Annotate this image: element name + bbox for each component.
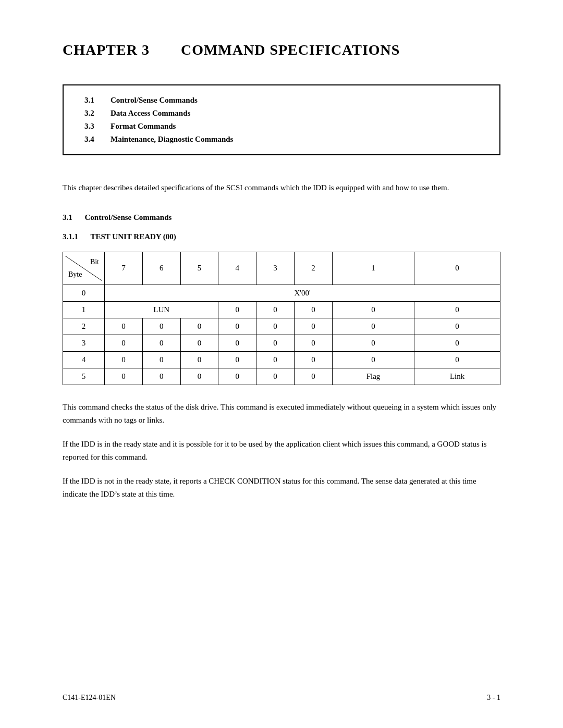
row-5-col6: 0 (142, 368, 180, 385)
row-0-byte: 0 (63, 285, 105, 301)
intro-paragraph: This chapter describes detailed specific… (63, 181, 500, 195)
row-5-byte: 5 (63, 368, 105, 385)
row-1-col2: 0 (294, 301, 332, 318)
row-5-col7: 0 (105, 368, 143, 385)
row-2-col7: 0 (105, 318, 143, 335)
section-31: 3.1 Control/Sense Commands (63, 213, 500, 222)
table-row-4: 4 0 0 0 0 0 0 0 0 (63, 351, 500, 368)
row-4-col4: 0 (218, 351, 256, 368)
row-1-col4: 0 (218, 301, 256, 318)
section-31-label: Control/Sense Commands (85, 213, 172, 221)
chapter-number: CHAPTER 3 (63, 42, 150, 58)
toc-box: 3.1 Control/Sense Commands 3.2 Data Acce… (63, 84, 500, 155)
section-311-label: TEST UNIT READY (00) (90, 232, 176, 241)
row-1-lun: LUN (105, 301, 218, 318)
table-row-1: 1 LUN 0 0 0 0 0 (63, 301, 500, 318)
toc-label-1: Control/Sense Commands (111, 96, 198, 105)
row-3-col4: 0 (218, 335, 256, 351)
col-header-5: 5 (180, 252, 218, 285)
toc-num-4: 3.4 (84, 135, 100, 144)
para-1: This command checks the status of the di… (63, 401, 500, 427)
row-2-col6: 0 (142, 318, 180, 335)
row-3-col3: 0 (256, 335, 295, 351)
row-3-byte: 3 (63, 335, 105, 351)
row-4-col0: 0 (414, 351, 500, 368)
col-header-6: 6 (142, 252, 180, 285)
row-4-byte: 4 (63, 351, 105, 368)
table-row-5: 5 0 0 0 0 0 0 Flag Link (63, 368, 500, 385)
svg-line-0 (65, 256, 102, 281)
diagonal-line-icon (65, 256, 102, 281)
row-2-col4: 0 (218, 318, 256, 335)
col-header-3: 3 (256, 252, 295, 285)
table-row-0: 0 X'00' (63, 285, 500, 301)
row-5-link: Link (414, 368, 500, 385)
footer-doc-num: C141-E124-01EN (63, 694, 116, 702)
bit-byte-header-cell: Bit Byte (63, 252, 105, 285)
section-31-num: 3.1 (63, 213, 72, 221)
row-2-col5: 0 (180, 318, 218, 335)
row-3-col5: 0 (180, 335, 218, 351)
section-31-heading: 3.1 Control/Sense Commands (63, 213, 500, 222)
toc-label-3: Format Commands (111, 122, 176, 131)
row-4-col5: 0 (180, 351, 218, 368)
row-4-col2: 0 (294, 351, 332, 368)
row-0-data: X'00' (105, 285, 500, 301)
row-1-col3: 0 (256, 301, 295, 318)
row-4-col6: 0 (142, 351, 180, 368)
footer: C141-E124-01EN 3 - 1 (63, 694, 500, 702)
row-2-byte: 2 (63, 318, 105, 335)
row-5-col5: 0 (180, 368, 218, 385)
col-header-2: 2 (294, 252, 332, 285)
toc-label-4: Maintenance, Diagnostic Commands (111, 135, 233, 144)
row-1-byte: 1 (63, 301, 105, 318)
row-3-col7: 0 (105, 335, 143, 351)
toc-item-1: 3.1 Control/Sense Commands (84, 96, 479, 105)
toc-item-4: 3.4 Maintenance, Diagnostic Commands (84, 135, 479, 144)
row-2-col0: 0 (414, 318, 500, 335)
row-3-col0: 0 (414, 335, 500, 351)
col-header-1: 1 (332, 252, 414, 285)
col-header-0: 0 (414, 252, 500, 285)
table-row-2: 2 0 0 0 0 0 0 0 0 (63, 318, 500, 335)
row-1-col1: 0 (332, 301, 414, 318)
para-3: If the IDD is not in the ready state, it… (63, 475, 500, 501)
toc-label-2: Data Access Commands (111, 109, 190, 118)
row-5-col3: 0 (256, 368, 295, 385)
row-5-col4: 0 (218, 368, 256, 385)
section-311-heading: 3.1.1 TEST UNIT READY (00) (63, 232, 500, 241)
toc-item-3: 3.3 Format Commands (84, 122, 479, 131)
col-header-4: 4 (218, 252, 256, 285)
row-2-col2: 0 (294, 318, 332, 335)
table-header-row: Bit Byte 7 6 5 4 3 2 1 0 (63, 252, 500, 285)
section-311: 3.1.1 TEST UNIT READY (00) (63, 232, 500, 241)
row-5-flag: Flag (332, 368, 414, 385)
toc-num-3: 3.3 (84, 122, 100, 131)
command-table: Bit Byte 7 6 5 4 3 2 1 0 (63, 252, 500, 385)
para-2: If the IDD is in the ready state and it … (63, 438, 500, 464)
row-3-col2: 0 (294, 335, 332, 351)
chapter-header: CHAPTER 3 COMMAND SPECIFICATIONS (63, 42, 500, 58)
table-row-3: 3 0 0 0 0 0 0 0 0 (63, 335, 500, 351)
row-1-col0: 0 (414, 301, 500, 318)
section-311-num: 3.1.1 (63, 232, 78, 241)
row-2-col3: 0 (256, 318, 295, 335)
col-header-7: 7 (105, 252, 143, 285)
toc-num-2: 3.2 (84, 109, 100, 118)
row-4-col7: 0 (105, 351, 143, 368)
row-3-col6: 0 (142, 335, 180, 351)
row-5-col2: 0 (294, 368, 332, 385)
chapter-title: COMMAND SPECIFICATIONS (181, 42, 400, 58)
footer-page: 3 - 1 (487, 694, 500, 702)
row-4-col3: 0 (256, 351, 295, 368)
row-3-col1: 0 (332, 335, 414, 351)
toc-item-2: 3.2 Data Access Commands (84, 109, 479, 118)
toc-num-1: 3.1 (84, 96, 100, 105)
row-4-col1: 0 (332, 351, 414, 368)
row-2-col1: 0 (332, 318, 414, 335)
